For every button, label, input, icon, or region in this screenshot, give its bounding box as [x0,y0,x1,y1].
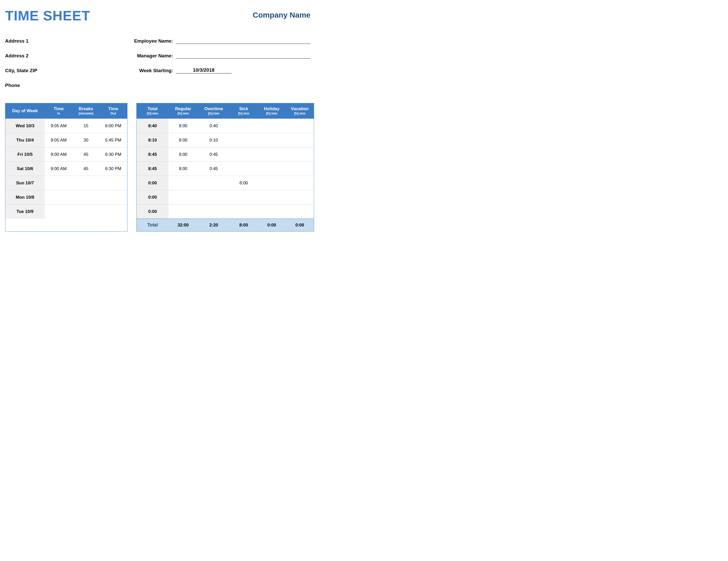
cell-regular[interactable]: 8:00 [168,166,198,171]
employee-name-field[interactable] [176,38,310,44]
cell-day: Fri 10/5 [5,147,45,161]
cell-day: Tue 10/9 [5,204,45,218]
totals-overtime: 2:20 [198,222,230,228]
col-overtime-header: Overtime[h]:mm [198,106,230,115]
cell-day: Wed 10/3 [5,119,45,133]
totals-label: Total [137,222,168,228]
week-starting-field[interactable]: 10/3/2018 [176,67,232,73]
cell-time-out[interactable]: 6:30 PM [99,166,127,171]
table-row: Fri 10/59:00 AM456:30 PM [5,147,127,161]
info-section: Address 1 Address 2 City, State ZIP Phon… [5,36,310,95]
cell-total: 8:40 [137,119,168,133]
table-row: 0:008:00 [137,176,314,190]
phone-label: Phone [5,83,20,88]
cell-breaks[interactable]: 30 [73,138,99,143]
cell-time-in[interactable]: 9:00 AM [45,152,73,157]
table-row: 8:458:000:45 [137,161,314,176]
address1-label: Address 1 [5,38,29,44]
cell-sick[interactable]: 8:00 [230,180,258,186]
cell-total: 0:00 [137,204,168,218]
col-timein-header: TimeIn [45,106,73,115]
cell-day: Sun 10/7 [5,176,45,190]
totals-sick: 8:00 [230,222,258,228]
cell-total: 8:10 [137,133,168,147]
col-holiday-header: Holiday[h]:mm [258,106,286,115]
cell-overtime[interactable]: 0:45 [198,166,230,171]
table-row: Sun 10/7 [5,176,127,190]
week-starting-label: Week Starting: [127,68,175,73]
cell-day: Mon 10/8 [5,190,45,204]
table-header-row: Day of Week TimeIn Breaks(minutes) TimeO… [5,103,127,119]
address-block: Address 1 Address 2 City, State ZIP Phon… [5,36,127,95]
manager-name-label: Manager Name: [127,53,175,59]
citystatezip-label: City, State ZIP [5,68,37,73]
table-row: Mon 10/8 [5,190,127,204]
time-entry-table: Day of Week TimeIn Breaks(minutes) TimeO… [5,103,127,231]
header: TIME SHEET Company Name [5,8,310,23]
cell-overtime[interactable]: 0:45 [198,152,230,157]
cell-total: 8:45 [137,162,168,176]
cell-time-out[interactable]: 6:00 PM [99,123,127,128]
table-row: 8:458:000:45 [137,147,314,161]
table-row: Thu 10/49:05 AM305:45 PM [5,133,127,147]
cell-total: 0:00 [137,176,168,190]
col-regular-header: Regular[h]:mm [168,106,198,115]
table-header-row: Total[h]:mm Regular[h]:mm Overtime[h]:mm… [137,103,314,119]
company-name: Company Name [253,8,310,19]
table-row: 8:408:000:40 [137,119,314,133]
cell-breaks[interactable]: 45 [73,166,99,171]
cell-time-in[interactable]: 9:05 AM [45,123,73,128]
table-row: 0:00 [137,204,314,218]
employee-block: Employee Name: Manager Name: Week Starti… [127,36,310,95]
cell-day: Thu 10/4 [5,133,45,147]
cell-day: Sat 10/6 [5,162,45,176]
manager-name-field[interactable] [176,52,310,59]
cell-time-in[interactable]: 9:05 AM [45,138,73,143]
table-row: Sat 10/69:00 AM456:30 PM [5,161,127,176]
cell-time-out[interactable]: 6:30 PM [99,152,127,157]
table-row: 8:108:000:10 [137,133,314,147]
col-vacation-header: Vacation[h]:mm [286,106,314,115]
hours-summary-table: Total[h]:mm Regular[h]:mm Overtime[h]:mm… [136,103,314,231]
totals-holiday: 0:00 [258,222,286,228]
table-row: Tue 10/9 [5,204,127,218]
col-timeout-header: TimeOut [99,106,127,115]
cell-total: 8:45 [137,147,168,161]
cell-overtime[interactable]: 0:40 [198,123,230,128]
col-total-header: Total[h]:mm [137,106,168,115]
cell-time-in[interactable]: 9:00 AM [45,166,73,171]
col-sick-header: Sick[h]:mm [230,106,258,115]
cell-regular[interactable]: 8:00 [168,152,198,157]
totals-regular: 32:00 [168,222,198,228]
totals-vacation: 0:00 [286,222,314,228]
cell-overtime[interactable]: 0:10 [198,138,230,143]
cell-regular[interactable]: 8:00 [168,138,198,143]
table-row: 0:00 [137,190,314,204]
cell-breaks[interactable]: 15 [73,123,99,128]
col-breaks-header: Breaks(minutes) [73,106,99,115]
employee-name-label: Employee Name: [127,38,175,44]
cell-breaks[interactable]: 45 [73,152,99,157]
table-row: Wed 10/39:05 AM156:00 PM [5,119,127,133]
tables: Day of Week TimeIn Breaks(minutes) TimeO… [5,103,310,231]
page-title: TIME SHEET [5,8,90,23]
address2-label: Address 2 [5,53,29,59]
totals-row: Total 32:00 2:20 8:00 0:00 0:00 [137,218,314,231]
cell-total: 0:00 [137,190,168,204]
cell-regular[interactable]: 8:00 [168,123,198,128]
cell-time-out[interactable]: 5:45 PM [99,138,127,143]
col-day-header: Day of Week [5,108,45,113]
